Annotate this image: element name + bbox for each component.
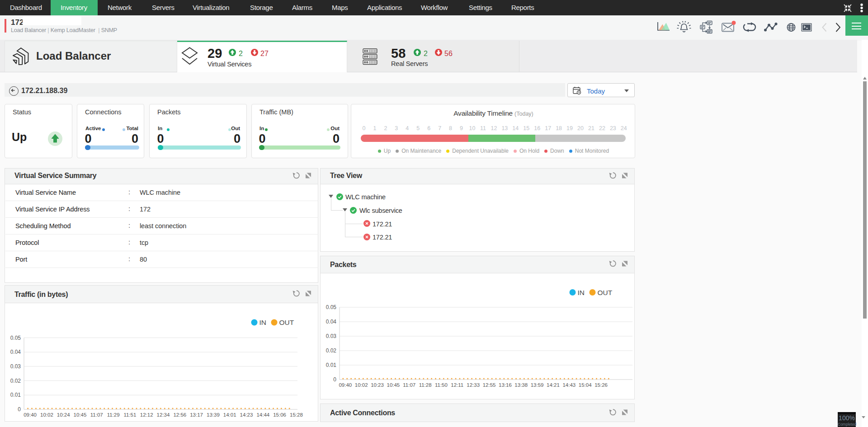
- svg-text:0: 0: [18, 406, 21, 413]
- svg-text:OUT: OUT: [598, 289, 613, 296]
- svg-text:13:39: 13:39: [207, 412, 220, 418]
- svg-text:11:51: 11:51: [123, 412, 136, 418]
- svg-text:13:16: 13:16: [499, 382, 512, 388]
- svg-text:11:50: 11:50: [435, 382, 448, 388]
- svg-text:14:01: 14:01: [223, 412, 236, 418]
- svg-text:0.04: 0.04: [10, 349, 21, 355]
- svg-text:09:40: 09:40: [339, 382, 352, 388]
- svg-text:14:21: 14:21: [547, 382, 560, 388]
- svg-text:13:38: 13:38: [514, 382, 528, 388]
- svg-text:10:23: 10:23: [371, 382, 384, 388]
- svg-text:14:44: 14:44: [256, 412, 269, 418]
- svg-text:0.02: 0.02: [10, 378, 21, 384]
- svg-text:10:45: 10:45: [74, 412, 87, 418]
- svg-text:14:23: 14:23: [240, 412, 253, 418]
- svg-text:15:06: 15:06: [273, 412, 286, 418]
- svg-text:12:34: 12:34: [157, 412, 170, 418]
- svg-text:IN: IN: [259, 319, 267, 326]
- svg-text:0.05: 0.05: [10, 335, 21, 341]
- svg-text:12:56: 12:56: [173, 412, 186, 418]
- svg-text:12:55: 12:55: [483, 382, 496, 388]
- svg-text:0.03: 0.03: [326, 333, 337, 339]
- svg-text:13:59: 13:59: [531, 382, 544, 388]
- svg-text:09:40: 09:40: [24, 412, 37, 418]
- svg-text:10:24: 10:24: [57, 412, 70, 418]
- svg-text:0.01: 0.01: [10, 392, 21, 398]
- svg-text:13:17: 13:17: [190, 412, 203, 418]
- svg-text:11:29: 11:29: [107, 412, 120, 418]
- svg-text:15:26: 15:26: [594, 382, 608, 388]
- svg-text:0.03: 0.03: [10, 363, 21, 370]
- svg-text:15:04: 15:04: [579, 382, 592, 388]
- svg-text:IN: IN: [578, 289, 585, 296]
- svg-text:11:07: 11:07: [90, 412, 103, 418]
- svg-text:0.01: 0.01: [326, 362, 337, 368]
- svg-text:12:11: 12:11: [451, 382, 463, 388]
- svg-text:11:28: 11:28: [419, 382, 432, 388]
- svg-text:10:02: 10:02: [355, 382, 368, 388]
- svg-text:0.04: 0.04: [326, 319, 337, 325]
- svg-text:12:33: 12:33: [467, 382, 480, 388]
- svg-text:14:43: 14:43: [562, 382, 576, 388]
- svg-text:10:45: 10:45: [387, 382, 400, 388]
- svg-text:0.02: 0.02: [326, 347, 337, 354]
- svg-text:12:12: 12:12: [140, 412, 153, 418]
- svg-text:0: 0: [333, 376, 336, 383]
- svg-text:10:02: 10:02: [40, 412, 53, 418]
- svg-text:11:07: 11:07: [403, 382, 415, 388]
- svg-text:OUT: OUT: [279, 319, 294, 326]
- svg-text:0.05: 0.05: [326, 304, 337, 310]
- svg-text:15:28: 15:28: [290, 412, 303, 418]
